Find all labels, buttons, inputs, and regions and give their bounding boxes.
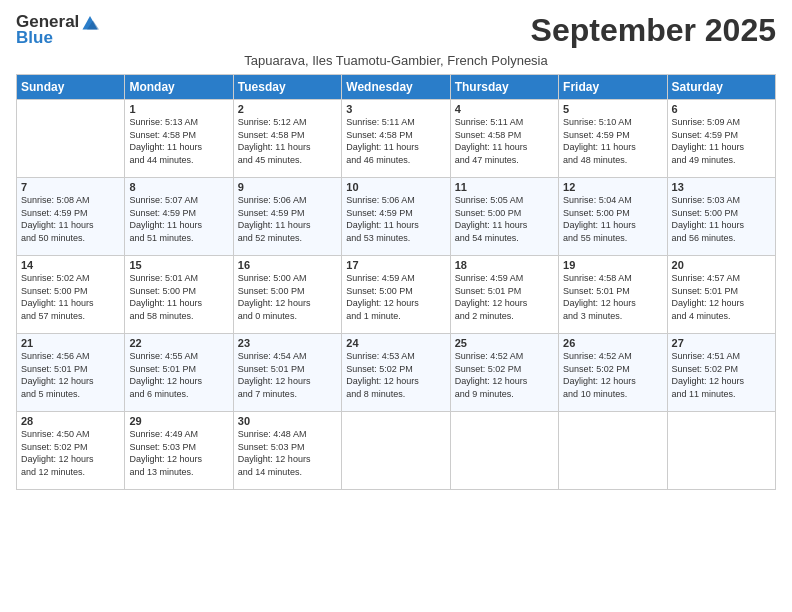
day-number: 17 <box>346 259 445 271</box>
day-number: 28 <box>21 415 120 427</box>
calendar-cell: 13Sunrise: 5:03 AMSunset: 5:00 PMDayligh… <box>667 178 775 256</box>
day-number: 12 <box>563 181 662 193</box>
day-number: 5 <box>563 103 662 115</box>
week-row-5: 28Sunrise: 4:50 AMSunset: 5:02 PMDayligh… <box>17 412 776 490</box>
cell-content: Sunrise: 4:59 AMSunset: 5:01 PMDaylight:… <box>455 272 554 322</box>
cell-content: Sunrise: 5:04 AMSunset: 5:00 PMDaylight:… <box>563 194 662 244</box>
day-number: 9 <box>238 181 337 193</box>
cell-content: Sunrise: 5:09 AMSunset: 4:59 PMDaylight:… <box>672 116 771 166</box>
day-number: 30 <box>238 415 337 427</box>
cell-content: Sunrise: 4:51 AMSunset: 5:02 PMDaylight:… <box>672 350 771 400</box>
day-number: 19 <box>563 259 662 271</box>
cell-content: Sunrise: 4:57 AMSunset: 5:01 PMDaylight:… <box>672 272 771 322</box>
day-number: 18 <box>455 259 554 271</box>
day-number: 27 <box>672 337 771 349</box>
calendar-cell: 28Sunrise: 4:50 AMSunset: 5:02 PMDayligh… <box>17 412 125 490</box>
day-number: 3 <box>346 103 445 115</box>
calendar-cell: 7Sunrise: 5:08 AMSunset: 4:59 PMDaylight… <box>17 178 125 256</box>
day-number: 24 <box>346 337 445 349</box>
calendar-cell: 29Sunrise: 4:49 AMSunset: 5:03 PMDayligh… <box>125 412 233 490</box>
calendar-cell: 2Sunrise: 5:12 AMSunset: 4:58 PMDaylight… <box>233 100 341 178</box>
cell-content: Sunrise: 4:48 AMSunset: 5:03 PMDaylight:… <box>238 428 337 478</box>
cell-content: Sunrise: 5:11 AMSunset: 4:58 PMDaylight:… <box>455 116 554 166</box>
calendar-cell <box>17 100 125 178</box>
cell-content: Sunrise: 5:06 AMSunset: 4:59 PMDaylight:… <box>238 194 337 244</box>
calendar-cell <box>450 412 558 490</box>
calendar-cell: 14Sunrise: 5:02 AMSunset: 5:00 PMDayligh… <box>17 256 125 334</box>
day-number: 1 <box>129 103 228 115</box>
cell-content: Sunrise: 5:02 AMSunset: 5:00 PMDaylight:… <box>21 272 120 322</box>
logo-blue: Blue <box>16 28 53 48</box>
calendar-cell: 5Sunrise: 5:10 AMSunset: 4:59 PMDaylight… <box>559 100 667 178</box>
cell-content: Sunrise: 5:06 AMSunset: 4:59 PMDaylight:… <box>346 194 445 244</box>
calendar-cell: 11Sunrise: 5:05 AMSunset: 5:00 PMDayligh… <box>450 178 558 256</box>
calendar-cell: 8Sunrise: 5:07 AMSunset: 4:59 PMDaylight… <box>125 178 233 256</box>
subtitle: Tapuarava, Iles Tuamotu-Gambier, French … <box>16 53 776 68</box>
calendar-cell: 1Sunrise: 5:13 AMSunset: 4:58 PMDaylight… <box>125 100 233 178</box>
day-number: 10 <box>346 181 445 193</box>
header-sunday: Sunday <box>17 75 125 100</box>
day-number: 29 <box>129 415 228 427</box>
month-title: September 2025 <box>531 12 776 49</box>
calendar-cell: 30Sunrise: 4:48 AMSunset: 5:03 PMDayligh… <box>233 412 341 490</box>
day-number: 8 <box>129 181 228 193</box>
week-row-4: 21Sunrise: 4:56 AMSunset: 5:01 PMDayligh… <box>17 334 776 412</box>
calendar-cell: 18Sunrise: 4:59 AMSunset: 5:01 PMDayligh… <box>450 256 558 334</box>
cell-content: Sunrise: 4:52 AMSunset: 5:02 PMDaylight:… <box>563 350 662 400</box>
calendar-cell <box>559 412 667 490</box>
cell-content: Sunrise: 5:11 AMSunset: 4:58 PMDaylight:… <box>346 116 445 166</box>
day-number: 25 <box>455 337 554 349</box>
day-number: 4 <box>455 103 554 115</box>
cell-content: Sunrise: 5:08 AMSunset: 4:59 PMDaylight:… <box>21 194 120 244</box>
calendar-cell: 19Sunrise: 4:58 AMSunset: 5:01 PMDayligh… <box>559 256 667 334</box>
cell-content: Sunrise: 5:12 AMSunset: 4:58 PMDaylight:… <box>238 116 337 166</box>
day-number: 26 <box>563 337 662 349</box>
day-number: 23 <box>238 337 337 349</box>
day-number: 13 <box>672 181 771 193</box>
day-number: 11 <box>455 181 554 193</box>
cell-content: Sunrise: 4:49 AMSunset: 5:03 PMDaylight:… <box>129 428 228 478</box>
calendar-cell: 10Sunrise: 5:06 AMSunset: 4:59 PMDayligh… <box>342 178 450 256</box>
cell-content: Sunrise: 4:54 AMSunset: 5:01 PMDaylight:… <box>238 350 337 400</box>
header-tuesday: Tuesday <box>233 75 341 100</box>
week-row-2: 7Sunrise: 5:08 AMSunset: 4:59 PMDaylight… <box>17 178 776 256</box>
calendar-cell: 27Sunrise: 4:51 AMSunset: 5:02 PMDayligh… <box>667 334 775 412</box>
calendar-cell: 9Sunrise: 5:06 AMSunset: 4:59 PMDaylight… <box>233 178 341 256</box>
cell-content: Sunrise: 5:03 AMSunset: 5:00 PMDaylight:… <box>672 194 771 244</box>
cell-content: Sunrise: 4:53 AMSunset: 5:02 PMDaylight:… <box>346 350 445 400</box>
calendar-cell: 20Sunrise: 4:57 AMSunset: 5:01 PMDayligh… <box>667 256 775 334</box>
calendar-cell: 17Sunrise: 4:59 AMSunset: 5:00 PMDayligh… <box>342 256 450 334</box>
cell-content: Sunrise: 5:00 AMSunset: 5:00 PMDaylight:… <box>238 272 337 322</box>
cell-content: Sunrise: 5:13 AMSunset: 4:58 PMDaylight:… <box>129 116 228 166</box>
calendar-cell: 12Sunrise: 5:04 AMSunset: 5:00 PMDayligh… <box>559 178 667 256</box>
day-number: 7 <box>21 181 120 193</box>
calendar-cell: 6Sunrise: 5:09 AMSunset: 4:59 PMDaylight… <box>667 100 775 178</box>
calendar-cell: 21Sunrise: 4:56 AMSunset: 5:01 PMDayligh… <box>17 334 125 412</box>
header-friday: Friday <box>559 75 667 100</box>
calendar-cell: 3Sunrise: 5:11 AMSunset: 4:58 PMDaylight… <box>342 100 450 178</box>
cell-content: Sunrise: 5:07 AMSunset: 4:59 PMDaylight:… <box>129 194 228 244</box>
calendar-header: SundayMondayTuesdayWednesdayThursdayFrid… <box>17 75 776 100</box>
calendar-cell: 26Sunrise: 4:52 AMSunset: 5:02 PMDayligh… <box>559 334 667 412</box>
cell-content: Sunrise: 5:05 AMSunset: 5:00 PMDaylight:… <box>455 194 554 244</box>
calendar-cell: 23Sunrise: 4:54 AMSunset: 5:01 PMDayligh… <box>233 334 341 412</box>
week-row-3: 14Sunrise: 5:02 AMSunset: 5:00 PMDayligh… <box>17 256 776 334</box>
header-monday: Monday <box>125 75 233 100</box>
day-number: 22 <box>129 337 228 349</box>
cell-content: Sunrise: 4:55 AMSunset: 5:01 PMDaylight:… <box>129 350 228 400</box>
day-number: 20 <box>672 259 771 271</box>
cell-content: Sunrise: 5:01 AMSunset: 5:00 PMDaylight:… <box>129 272 228 322</box>
week-row-1: 1Sunrise: 5:13 AMSunset: 4:58 PMDaylight… <box>17 100 776 178</box>
cell-content: Sunrise: 4:52 AMSunset: 5:02 PMDaylight:… <box>455 350 554 400</box>
day-number: 2 <box>238 103 337 115</box>
header-saturday: Saturday <box>667 75 775 100</box>
header-thursday: Thursday <box>450 75 558 100</box>
calendar-cell <box>342 412 450 490</box>
calendar-cell: 22Sunrise: 4:55 AMSunset: 5:01 PMDayligh… <box>125 334 233 412</box>
calendar-cell: 25Sunrise: 4:52 AMSunset: 5:02 PMDayligh… <box>450 334 558 412</box>
logo: General Blue <box>16 12 99 48</box>
calendar-cell: 24Sunrise: 4:53 AMSunset: 5:02 PMDayligh… <box>342 334 450 412</box>
cell-content: Sunrise: 4:56 AMSunset: 5:01 PMDaylight:… <box>21 350 120 400</box>
day-number: 6 <box>672 103 771 115</box>
cell-content: Sunrise: 4:50 AMSunset: 5:02 PMDaylight:… <box>21 428 120 478</box>
